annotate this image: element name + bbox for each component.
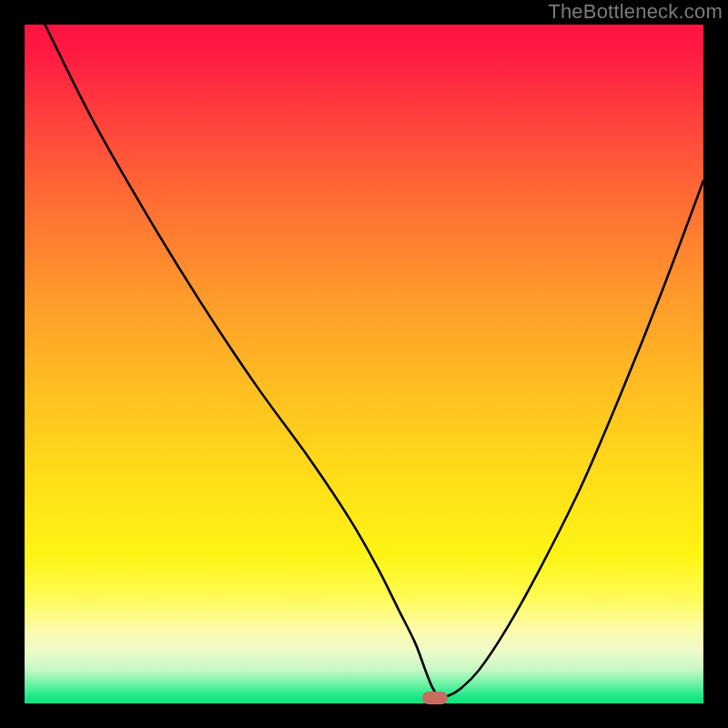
plot-area <box>25 25 703 703</box>
curve-layer <box>25 25 703 703</box>
chart-frame: TheBottleneck.com <box>0 0 728 728</box>
watermark-text: TheBottleneck.com <box>548 0 723 24</box>
optimal-marker <box>422 692 448 704</box>
bottleneck-curve <box>45 25 703 698</box>
